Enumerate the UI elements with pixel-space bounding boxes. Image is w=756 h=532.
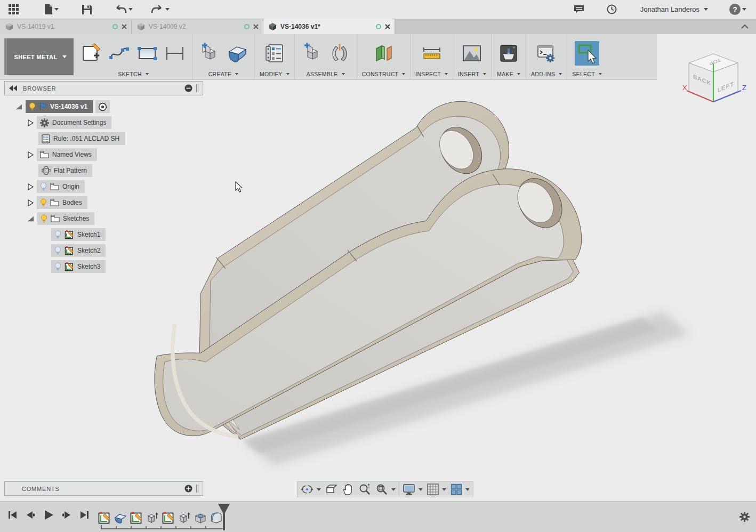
fit-caret[interactable] [391,488,396,491]
display-settings-caret[interactable] [419,488,423,491]
tree-item-document-settings[interactable]: Document Settings [37,116,111,129]
timeline-go-start-button[interactable] [7,510,18,520]
tree-item-rule[interactable]: Rule: .051 ALCLAD SH [38,132,125,145]
undo-button[interactable] [112,2,135,17]
sketch-dimension-button[interactable] [163,41,187,66]
new-component-button[interactable] [300,41,324,66]
make-group-dropdown[interactable]: MAKE [496,69,521,77]
viewports-caret[interactable] [465,488,470,491]
timeline-feature-hole[interactable] [194,511,207,525]
bulb-on-icon[interactable] [41,214,47,223]
bulb-off-icon[interactable] [54,230,61,239]
expander-collapsed-icon[interactable] [27,119,34,127]
notifications-button[interactable] [605,2,619,17]
orbit-caret[interactable] [317,488,321,491]
grid-settings-caret[interactable] [442,488,446,491]
close-tab-icon[interactable] [385,24,390,29]
collapse-toolbar-button[interactable] [741,19,756,34]
tree-item-sketches[interactable]: Sketches [37,212,94,225]
bulb-off-icon[interactable] [54,262,61,271]
timeline-feature-extrude-1[interactable] [146,511,159,525]
insert-group-dropdown[interactable]: INSERT [458,69,486,77]
timeline-play-button[interactable] [43,509,54,521]
user-account-menu[interactable]: Jonathan Landeros [638,2,710,17]
panel-grip[interactable] [196,84,198,92]
sheet-metal-part[interactable] [155,101,582,439]
tree-item-flat-pattern[interactable]: Flat Pattern [38,164,92,177]
close-tab-icon[interactable] [122,24,127,29]
select-button[interactable] [575,41,599,66]
timeline-feature-sketch-1[interactable] [98,511,111,525]
timeline-step-forward-button[interactable] [61,510,72,520]
close-tab-icon[interactable] [253,24,259,29]
timeline-step-back-button[interactable] [25,510,36,520]
document-tab-2[interactable]: VS-14009 v2 [132,19,263,34]
timeline-feature-sketch-3[interactable] [162,511,175,525]
expander-collapsed-icon[interactable] [27,183,34,191]
timeline-settings-gear-icon[interactable] [739,512,750,522]
tree-item-sketch3[interactable]: Sketch3 [51,260,106,273]
app-grid-button[interactable] [6,2,21,17]
orbit-button[interactable] [301,483,321,496]
collapse-panel-icon[interactable] [9,85,18,91]
modify-form-button[interactable] [262,41,287,66]
select-group-dropdown[interactable]: SELECT [572,69,602,77]
addins-group-dropdown[interactable]: ADD-INS [531,69,562,77]
timeline-feature-extrude-2[interactable] [178,511,191,525]
modify-group-dropdown[interactable]: MODIFY [260,69,289,77]
timeline-position-marker[interactable] [217,504,231,530]
zoom-button[interactable] [358,483,371,496]
expander-expanded-icon[interactable] [27,215,35,223]
assemble-group-dropdown[interactable]: ASSEMBLE [300,69,352,77]
tree-item-sketch1[interactable]: Sketch1 [51,228,106,241]
sketch-group-dropdown[interactable]: SKETCH [79,69,187,77]
fit-button[interactable] [375,483,396,496]
scripts-addins-button[interactable] [534,41,559,66]
measure-button[interactable] [420,41,444,66]
document-tab-3-active[interactable]: VS-14036 v1* [263,19,395,34]
workspace-switcher[interactable]: SHEET METAL [4,38,74,75]
ground-indicator[interactable] [95,100,110,113]
pan-button[interactable] [342,483,354,496]
tree-item-sketch2[interactable]: Sketch2 [51,244,106,257]
grid-settings-button[interactable] [427,483,446,495]
save-button[interactable] [80,2,94,17]
look-at-button[interactable] [325,483,338,495]
tree-item-origin[interactable]: Origin [37,180,85,193]
inspect-group-dropdown[interactable]: INSPECT [415,69,448,77]
viewports-button[interactable] [451,483,470,495]
help-menu-button[interactable]: ? [727,2,749,17]
feedback-button[interactable] [572,2,586,17]
tree-item-root[interactable]: VS-14036 v1 [26,100,93,113]
rectangle-button[interactable] [135,41,159,66]
timeline-feature-sketch-2[interactable] [130,511,143,525]
viewcube[interactable]: TOP BACK LEFT X Z [681,51,749,114]
insert-button[interactable] [460,41,484,66]
bulb-off-icon[interactable] [40,182,47,191]
make-button[interactable] [496,41,521,66]
panel-grip[interactable] [196,485,198,493]
file-menu-button[interactable] [42,2,61,17]
expander-expanded-icon[interactable] [15,103,23,111]
spline-button[interactable] [107,41,132,66]
construct-plane-button[interactable] [371,41,396,66]
create-sketch-button[interactable] [79,41,104,66]
new-body-button[interactable] [197,41,222,66]
expander-collapsed-icon[interactable] [27,199,34,207]
redo-button[interactable] [149,2,172,17]
timeline-go-end-button[interactable] [79,510,90,520]
timeline-feature-flange[interactable] [114,511,127,525]
tree-item-named-views[interactable]: Named Views [37,148,97,161]
joint-button[interactable] [327,41,352,66]
tree-item-bodies[interactable]: Bodies [37,196,87,209]
bulb-on-icon[interactable] [40,198,47,207]
bulb-off-icon[interactable] [54,246,61,255]
document-tab-1[interactable]: VS-14019 v1 [0,19,132,34]
expander-collapsed-icon[interactable] [27,151,34,159]
flange-button[interactable] [225,41,250,66]
create-group-dropdown[interactable]: CREATE [197,69,250,77]
bulb-on-icon[interactable] [29,102,36,111]
display-settings-button[interactable] [403,483,423,495]
add-comment-icon[interactable] [184,485,192,493]
panel-display-toggle-icon[interactable] [184,84,192,92]
